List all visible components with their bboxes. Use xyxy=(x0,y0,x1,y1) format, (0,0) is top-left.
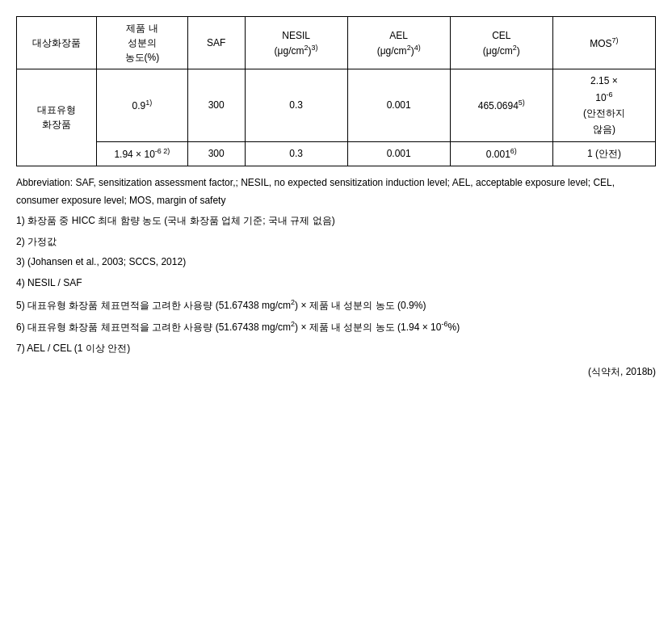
header-ael: AEL(μg/cm2)4) xyxy=(347,17,450,69)
cell-mos-2: 1 (안전) xyxy=(552,141,655,166)
cell-cel-1: 465.06945) xyxy=(450,69,552,142)
header-cel: CEL(μg/cm2) xyxy=(450,17,552,69)
header-nesil: NESIL(μg/cm2)3) xyxy=(245,17,347,69)
cell-ael-1: 0.001 xyxy=(347,69,450,142)
footnote-3: 3) (Johansen et al., 2003; SCCS, 2012) xyxy=(16,254,656,271)
cell-nesil-1: 0.3 xyxy=(245,69,347,142)
table-row: 1.94 × 10-6 2) 300 0.3 0.001 0.0016) 1 (… xyxy=(17,141,656,166)
footnote-4: 4) NESIL / SAF xyxy=(16,275,656,292)
footnote-7: 7) AEL / CEL (1 이상 안전) xyxy=(16,340,656,358)
footnote-1: 1) 화장품 중 HICC 최대 함량 농도 (국내 화장품 업체 기준; 국내… xyxy=(16,212,656,230)
table-row: 대표유형화장품 0.91) 300 0.3 0.001 465.06945) 2… xyxy=(17,69,656,142)
footnote-5: 5) 대표유형 화장품 체표면적을 고려한 사용량 (51.67438 mg/c… xyxy=(16,296,656,315)
notes-section: Abbreviation: SAF, sensitization assessm… xyxy=(16,174,656,357)
cell-nesil-2: 0.3 xyxy=(245,141,347,166)
footnote-2: 2) 가정값 xyxy=(16,233,656,251)
header-mos: MOS7) xyxy=(552,17,655,69)
footnote-6: 6) 대표유형 화장품 체표면적을 고려한 사용량 (51.67438 mg/c… xyxy=(16,317,656,337)
citation: (식약처, 2018b) xyxy=(16,365,656,379)
cell-saf-1: 300 xyxy=(187,69,245,142)
data-table: 대상화장품 제품 내성분의농도(%) SAF NESIL(μg/cm2)3) A… xyxy=(16,16,656,166)
cell-ael-2: 0.001 xyxy=(347,141,450,166)
cell-mos-1: 2.15 ×10-6(안전하지않음) xyxy=(552,69,655,142)
abbreviation-text: Abbreviation: SAF, sensitization assessm… xyxy=(16,174,656,209)
cell-conc-1: 0.91) xyxy=(96,69,187,142)
cell-conc-2: 1.94 × 10-6 2) xyxy=(96,141,187,166)
header-saf: SAF xyxy=(187,17,245,69)
header-product: 대상화장품 xyxy=(17,17,97,69)
header-concentration: 제품 내성분의농도(%) xyxy=(96,17,187,69)
cell-cel-2: 0.0016) xyxy=(450,141,552,166)
cell-product: 대표유형화장품 xyxy=(17,69,97,166)
main-table-container: 대상화장품 제품 내성분의농도(%) SAF NESIL(μg/cm2)3) A… xyxy=(16,16,656,166)
cell-saf-2: 300 xyxy=(187,141,245,166)
